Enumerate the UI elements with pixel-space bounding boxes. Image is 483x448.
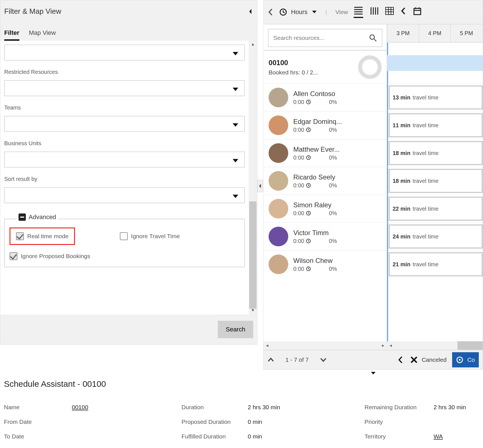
value-remaining-duration: 2 hrs 30 min (434, 404, 466, 411)
resource-column: 00100 Booked hrs: 0 / 2... Allen Contoso… (263, 24, 387, 350)
resource-search-input[interactable] (273, 35, 369, 41)
resource-item[interactable]: Allen Contoso 0:00 0% (264, 83, 387, 111)
select-business-units[interactable] (4, 152, 245, 167)
clock-icon (306, 211, 311, 216)
schedule-footer: 1 - 7 of 7 Canceled Co (263, 350, 483, 370)
checkbox-ignore-travel-time[interactable]: Ignore Travel Time (120, 228, 180, 245)
view-grid-icon[interactable] (385, 7, 394, 17)
time-scale-dropdown[interactable]: Hours (279, 8, 317, 16)
prev-icon[interactable] (401, 7, 406, 17)
tab-filter[interactable]: Filter (4, 29, 19, 41)
clock-icon (306, 99, 311, 104)
travel-slot[interactable]: 18 mintravel time (389, 169, 483, 193)
scroll-left-icon[interactable]: ◄ (265, 343, 269, 348)
resource-item[interactable]: Matthew Ever... 0:00 0% (264, 139, 387, 167)
travel-slot[interactable]: 24 mintravel time (389, 224, 483, 249)
resource-item[interactable]: Simon Raley 0:00 0% (264, 195, 387, 222)
avatar (269, 199, 288, 219)
travel-slot[interactable]: 18 mintravel time (389, 141, 483, 165)
details-section: Schedule Assistant - 00100 Name00100 Fro… (0, 379, 483, 444)
work-order-id: 00100 (269, 59, 318, 67)
clock-icon (306, 238, 311, 244)
caret-down-icon (312, 10, 317, 14)
resource-name: Ricardo Seely (293, 173, 355, 181)
travel-slot[interactable]: 11 mintravel time (389, 113, 483, 137)
calendar-icon[interactable] (413, 7, 422, 17)
select-sort-result[interactable] (4, 187, 245, 203)
resource-name: Simon Raley (293, 201, 355, 209)
schedule-h-scrollbar[interactable]: ◄ (387, 341, 483, 350)
schedule-row[interactable]: 24 mintravel time (387, 222, 483, 250)
prev-date-button[interactable] (268, 8, 274, 16)
work-order-avatar (358, 55, 382, 79)
svg-point-18 (370, 35, 374, 39)
label-business-units: Business Units (4, 140, 245, 147)
scroll-left-icon[interactable]: ◄ (387, 343, 393, 348)
label-territory: Territory (365, 433, 434, 440)
schedule-row[interactable]: 21 mintravel time (387, 250, 483, 278)
legend-prev-icon[interactable] (398, 356, 404, 364)
resource-h-scrollbar[interactable]: ◄► (264, 341, 387, 350)
resource-list: Allen Contoso 0:00 0% Edgar Dominq... 0:… (264, 83, 387, 341)
resource-item[interactable]: Ricardo Seely 0:00 0% (264, 167, 387, 195)
travel-slot[interactable]: 22 mintravel time (389, 197, 483, 221)
checkbox-real-time-mode[interactable]: Real time mode (16, 232, 68, 240)
checkbox-ignore-proposed-bookings[interactable]: Ignore Proposed Bookings (10, 252, 239, 260)
view-mode-group (354, 6, 422, 18)
scroll-down-icon[interactable]: ▼ (251, 307, 255, 313)
value-proposed-duration: 0 min (248, 419, 262, 425)
svg-rect-9 (386, 7, 393, 15)
label-sort-result: Sort result by (4, 176, 245, 182)
search-button[interactable]: Search (218, 321, 253, 338)
label-proposed-duration: Proposed Duration (182, 419, 248, 425)
schedule-row[interactable]: 22 mintravel time (387, 195, 483, 222)
search-icon (369, 34, 377, 42)
resource-name: Edgar Dominq... (293, 118, 355, 126)
scroll-up-icon[interactable]: ▲ (251, 41, 255, 47)
label-name: Name (4, 404, 72, 411)
label-teams: Teams (4, 104, 245, 111)
resource-item[interactable]: Victor Timm 0:00 0% (264, 222, 387, 250)
avatar (269, 227, 288, 246)
link-name[interactable]: 00100 (72, 404, 88, 411)
advanced-legend[interactable]: Advanced (17, 213, 58, 221)
select-teams[interactable] (4, 116, 245, 132)
view-columns-icon[interactable] (370, 7, 378, 17)
clock-icon (279, 8, 287, 16)
view-list-icon[interactable] (354, 6, 363, 18)
travel-slot[interactable]: 13 mintravel time (389, 85, 483, 110)
schedule-row[interactable]: 13 mintravel time (387, 83, 483, 111)
select-restricted-resources[interactable] (4, 80, 245, 96)
scroll-thumb[interactable] (457, 341, 483, 350)
page-up-icon[interactable] (267, 357, 274, 362)
clock-icon (306, 155, 311, 160)
filter-panel-header: Filter & Map View Filter Map View (0, 0, 257, 41)
collapse-icon (19, 213, 26, 221)
legend-committed[interactable]: Co (452, 352, 479, 367)
time-header-cell: 3 PM (387, 24, 419, 42)
link-territory[interactable]: WA (434, 433, 443, 440)
resource-item[interactable]: Wilson Chew 0:00 0% (264, 250, 387, 278)
left-scrollbar[interactable]: ▲ ▼ (249, 41, 257, 315)
scroll-thumb[interactable] (249, 201, 257, 309)
page-down-icon[interactable] (320, 357, 327, 362)
schedule-row[interactable]: 18 mintravel time (387, 139, 483, 167)
schedule-row[interactable]: 18 mintravel time (387, 167, 483, 195)
splitter-handle[interactable] (257, 180, 263, 192)
value-duration: 2 hrs 30 min (248, 404, 280, 411)
expand-down-icon[interactable] (367, 370, 379, 376)
work-order-header[interactable]: 00100 Booked hrs: 0 / 2... (264, 51, 387, 83)
view-label: View (335, 9, 348, 15)
scroll-right-icon[interactable]: ► (381, 343, 385, 348)
gear-icon (455, 355, 464, 365)
resource-search[interactable] (268, 29, 382, 47)
resource-item[interactable]: Edgar Dominq... 0:00 0% (264, 111, 387, 139)
schedule-row[interactable]: 11 mintravel time (387, 111, 483, 139)
legend-canceled[interactable]: Canceled (409, 355, 447, 365)
filter-select-top[interactable] (4, 45, 245, 60)
collapse-left-icon[interactable] (248, 8, 253, 15)
schedule-body: 13 mintravel time11 mintravel time18 min… (387, 42, 483, 341)
travel-slot[interactable]: 21 mintravel time (389, 252, 483, 276)
tab-map-view[interactable]: Map View (29, 29, 56, 41)
resource-name: Victor Timm (293, 229, 355, 237)
